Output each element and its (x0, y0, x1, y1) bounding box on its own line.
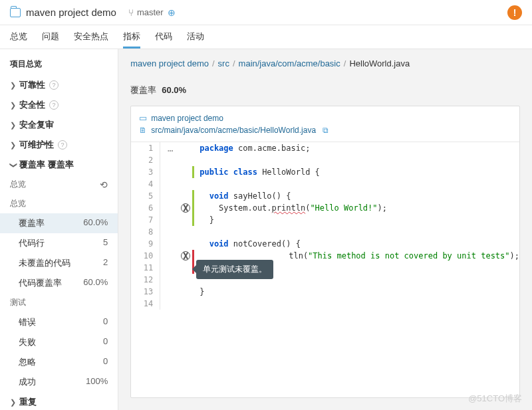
metric-lines[interactable]: 代码行5 (0, 233, 118, 253)
tab-issues[interactable]: 问题 (42, 25, 59, 49)
tab-overview[interactable]: 总览 (10, 25, 27, 49)
tabs: 总览 问题 安全热点 指标 代码 活动 (0, 25, 532, 49)
project-title[interactable]: maven project demo (26, 7, 116, 18)
copy-icon[interactable]: ⧉ (323, 126, 329, 135)
help-icon[interactable]: ? (49, 80, 59, 90)
coverage-summary: 覆盖率60.0% (118, 78, 532, 106)
sidebar: 项目总览 ❯可靠性? ❯安全性? ❯安全复审 ❯可维护性? ❯覆盖率覆盖率 总览… (0, 49, 118, 410)
sidebar-item-coverage[interactable]: ❯覆盖率覆盖率 (0, 155, 118, 175)
breadcrumb-link[interactable]: main/java/com/acme/basic (239, 58, 340, 68)
sidebar-item-security-review[interactable]: ❯安全复审 (0, 115, 118, 135)
branch-name[interactable]: master (137, 7, 164, 17)
metric-section-overview: 总览 (0, 194, 118, 213)
header: maven project demo ⑂ master ⊕ ! (0, 0, 532, 25)
tab-code[interactable]: 代码 (155, 25, 172, 49)
file-project-link[interactable]: maven project demo (151, 114, 223, 123)
breadcrumb-link[interactable]: src (218, 58, 229, 68)
code-body: 1…package com.acme.basic; 2 3public clas… (131, 142, 519, 310)
sidebar-item-maintainability[interactable]: ❯可维护性? (0, 135, 118, 155)
coverage-tooltip: 单元测试未覆盖。 (196, 260, 273, 279)
watermark: @51CTO博客 (468, 393, 522, 405)
metric-success[interactable]: 成功100% (0, 372, 118, 392)
warning-badge[interactable]: ! (507, 5, 522, 20)
metric-uncovered[interactable]: 未覆盖的代码2 (0, 253, 118, 273)
help-icon[interactable]: ? (58, 140, 67, 150)
file-header: ▭maven project demo 🗎src/main/java/com/a… (131, 106, 519, 142)
metric-coverage[interactable]: 覆盖率60.0% (0, 213, 118, 233)
metric-section-tests: 测试 (0, 293, 118, 312)
sidebar-item-reliability[interactable]: ❯可靠性? (0, 75, 118, 95)
metric-code-coverage[interactable]: 代码覆盖率60.0% (0, 273, 118, 293)
file-path-link[interactable]: src/main/java/com/acme/basic/HelloWorld.… (151, 126, 316, 135)
coverage-marker-icon[interactable] (181, 251, 190, 260)
tab-security[interactable]: 安全热点 (74, 25, 108, 49)
file-icon: 🗎 (139, 126, 147, 135)
breadcrumb: maven project demo/src/main/java/com/acm… (118, 49, 532, 78)
sidebar-item-duplication[interactable]: ❯重复 (0, 392, 118, 410)
folder-icon: ▭ (139, 113, 147, 123)
metric-errors[interactable]: 错误0 (0, 312, 118, 332)
content: maven project demo/src/main/java/com/acm… (118, 49, 532, 410)
help-icon[interactable]: ? (49, 100, 59, 110)
metric-overview-header: 总览⟲ (0, 175, 118, 194)
coverage-marker-icon[interactable] (181, 203, 190, 213)
project-icon (10, 8, 21, 17)
add-branch-button[interactable]: ⊕ (168, 7, 176, 18)
code-panel: ▭maven project demo 🗎src/main/java/com/a… (130, 106, 520, 398)
sidebar-title: 项目总览 (0, 49, 118, 75)
metric-failures[interactable]: 失败0 (0, 332, 118, 352)
breadcrumb-current: HelloWorld.java (349, 58, 410, 68)
sidebar-item-security[interactable]: ❯安全性? (0, 95, 118, 115)
branch-icon: ⑂ (128, 7, 134, 18)
link-icon[interactable]: ⟲ (100, 179, 108, 190)
tab-activity[interactable]: 活动 (187, 25, 204, 49)
tab-metrics[interactable]: 指标 (123, 25, 140, 49)
metric-skipped[interactable]: 忽略0 (0, 352, 118, 372)
breadcrumb-link[interactable]: maven project demo (130, 58, 209, 68)
